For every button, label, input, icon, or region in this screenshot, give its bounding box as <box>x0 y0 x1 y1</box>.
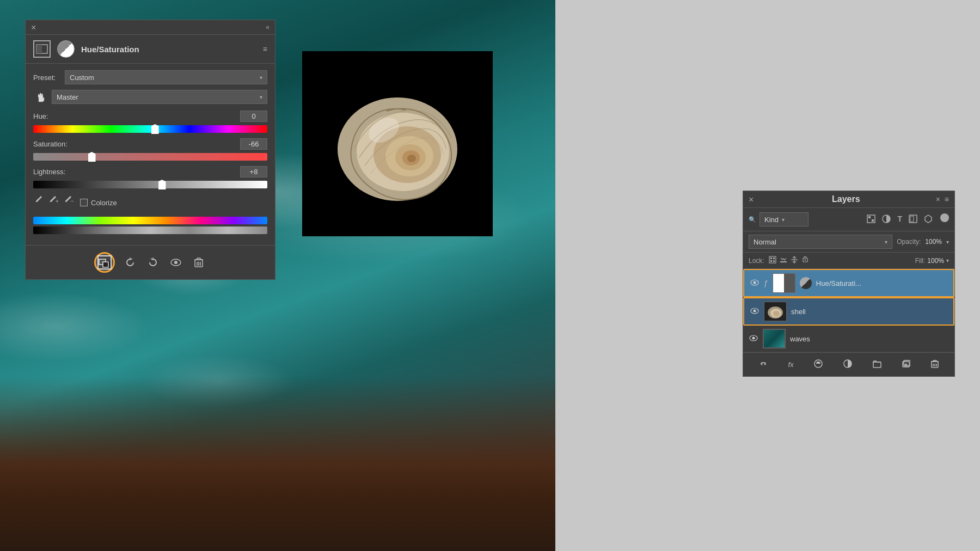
hue-thumb[interactable] <box>151 124 159 134</box>
properties-titlebar: × « <box>26 20 275 35</box>
lock-label: Lock: <box>749 257 764 265</box>
opacity-dropdown-icon[interactable]: ▾ <box>946 239 949 245</box>
create-new-layer-button[interactable] <box>898 357 914 372</box>
sample-icon[interactable] <box>33 194 44 207</box>
layer-item-hue-saturation[interactable]: ƒ Hue/Saturati... <box>743 269 954 297</box>
layers-close-button[interactable]: × <box>749 195 756 203</box>
filter-dropdown-chevron-icon: ▾ <box>782 217 785 223</box>
svg-rect-39 <box>780 261 787 262</box>
saturation-gradient <box>33 153 267 161</box>
hue-value[interactable]: 0 <box>240 111 267 122</box>
layers-bottom-toolbar: fx <box>743 352 954 376</box>
opacity-value[interactable]: 100% <box>923 237 944 247</box>
master-row: Master ▾ <box>33 90 267 104</box>
adjustment-filter-icon[interactable] <box>880 213 893 226</box>
reset-button[interactable] <box>145 255 161 270</box>
blend-mode-value: Normal <box>754 238 776 246</box>
lock-position-icon[interactable] <box>791 256 798 265</box>
svg-rect-30 <box>872 219 874 222</box>
layers-menu-button[interactable]: ≡ <box>945 195 949 204</box>
panel-menu-button[interactable]: ≡ <box>263 45 267 53</box>
add-mask-button[interactable] <box>811 357 826 372</box>
clip-to-layer-button[interactable] <box>94 252 115 273</box>
svg-point-53 <box>752 337 755 340</box>
layers-title-right: × ≡ <box>936 195 949 204</box>
add-sample-icon[interactable]: + <box>48 194 59 207</box>
fill-label: Fill: <box>915 257 926 265</box>
lock-row: Lock: <box>743 253 954 269</box>
adjusted-spectrum-bar <box>33 226 267 234</box>
shell-image <box>327 73 468 215</box>
layer-name-shell: shell <box>791 308 948 316</box>
fill-dropdown-icon[interactable]: ▾ <box>946 258 949 264</box>
lightness-thumb[interactable] <box>158 180 166 189</box>
blend-dropdown-chevron-icon: ▾ <box>885 239 887 245</box>
subtract-sample-icon[interactable]: − <box>64 194 75 207</box>
svg-rect-37 <box>770 260 772 262</box>
layers-collapse-button[interactable]: × <box>936 195 940 204</box>
layers-panel: × Layers × ≡ 🔍 Kind ▾ <box>743 191 955 377</box>
lock-pixels-icon[interactable] <box>769 256 776 265</box>
delete-button[interactable] <box>191 255 206 270</box>
svg-rect-9 <box>36 45 42 53</box>
svg-text:+: + <box>56 198 58 204</box>
saturation-thumb[interactable] <box>88 152 96 162</box>
saturation-value[interactable]: -66 <box>240 138 267 150</box>
filter-toggle-button[interactable] <box>940 213 949 222</box>
hue-sat-adjustment-icon <box>800 277 812 289</box>
layer-item-waves[interactable]: waves <box>743 326 954 352</box>
type-filter-icon[interactable]: T <box>895 213 904 226</box>
colorize-checkbox[interactable] <box>80 199 88 206</box>
blend-mode-row: Normal ▾ Opacity: 100% ▾ <box>743 231 954 253</box>
svg-point-19 <box>174 261 177 264</box>
master-dropdown[interactable]: Master ▾ <box>52 90 267 104</box>
svg-rect-35 <box>770 258 772 259</box>
svg-rect-17 <box>103 262 108 267</box>
visibility-button[interactable] <box>168 255 183 270</box>
layer-item-shell[interactable]: shell <box>743 297 954 326</box>
preset-dropdown[interactable]: Custom ▾ <box>65 70 267 84</box>
clip-icon <box>97 255 112 270</box>
lightness-slider[interactable] <box>33 181 267 188</box>
lock-image-icon[interactable] <box>780 256 787 265</box>
lightness-value[interactable]: +8 <box>240 166 267 177</box>
lock-artboard-icon[interactable] <box>801 256 809 265</box>
hue-slider[interactable] <box>33 125 267 133</box>
saturation-slider[interactable] <box>33 153 267 161</box>
reset-to-previous-button[interactable] <box>122 255 138 270</box>
layer-name-hue-saturation: Hue/Saturati... <box>816 279 948 287</box>
adjustment-layer-icon <box>33 40 51 58</box>
opacity-row: Opacity: 100% ▾ <box>897 237 949 247</box>
lightness-header: Lightness: +8 <box>33 166 267 177</box>
pixel-filter-icon[interactable] <box>865 213 878 226</box>
saturation-label: Saturation: <box>33 140 68 148</box>
target-adjustment-icon[interactable] <box>33 90 47 104</box>
add-adjustment-button[interactable] <box>840 357 855 372</box>
properties-close-button[interactable]: × <box>31 23 39 31</box>
eyedropper-tools: + − <box>33 194 75 207</box>
layer-visibility-icon-2[interactable] <box>749 334 758 343</box>
fill-value[interactable]: 100% <box>927 257 944 265</box>
link-layers-button[interactable] <box>756 357 771 372</box>
layer-fx-button[interactable]: fx <box>785 358 797 371</box>
hue-label: Hue: <box>33 112 48 120</box>
half-circle-icon <box>57 40 75 58</box>
shape-filter-icon[interactable] <box>906 213 920 226</box>
blend-mode-dropdown[interactable]: Normal ▾ <box>749 235 892 249</box>
panel-content: Preset: Custom ▾ Master ▾ <box>26 64 275 241</box>
preset-label: Preset: <box>33 74 60 82</box>
lightness-gradient <box>33 181 267 188</box>
create-group-button[interactable] <box>869 357 885 372</box>
properties-bottom-toolbar <box>26 245 275 279</box>
layer-clip-indicator: ƒ <box>764 279 768 287</box>
filter-kind-dropdown[interactable]: Kind ▾ <box>759 212 808 226</box>
layer-visibility-icon-1[interactable] <box>750 307 759 316</box>
properties-collapse-button[interactable]: « <box>266 23 270 31</box>
delete-layer-button[interactable] <box>928 357 942 372</box>
smart-object-filter-icon[interactable] <box>922 213 935 226</box>
filter-kind-label: Kind <box>764 216 779 224</box>
svg-rect-36 <box>773 258 775 259</box>
layer-visibility-icon-0[interactable] <box>750 279 759 287</box>
layers-titlebar: × Layers × ≡ <box>743 191 954 208</box>
panel-title-area: Hue/Saturation ≡ <box>26 35 275 64</box>
